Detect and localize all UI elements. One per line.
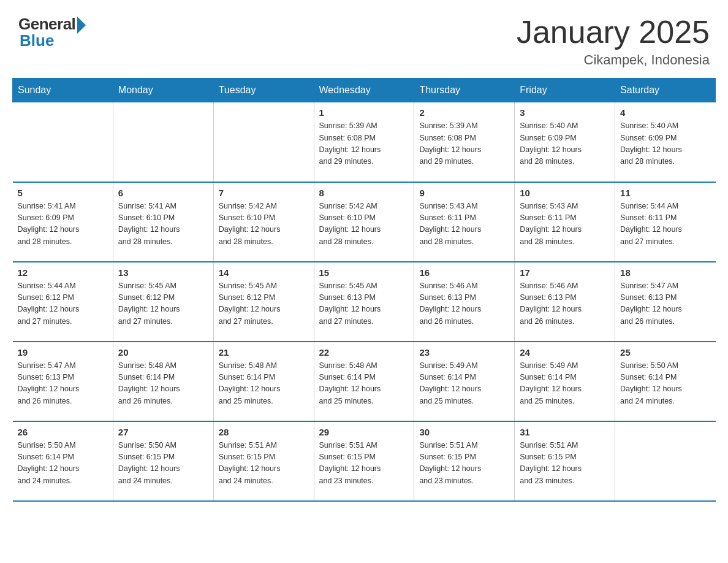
day-number: 10 [520,188,610,198]
day-info: Sunrise: 5:45 AM Sunset: 6:12 PM Dayligh… [118,280,208,328]
day-info: Sunrise: 5:50 AM Sunset: 6:15 PM Dayligh… [118,440,208,488]
day-info: Sunrise: 5:49 AM Sunset: 6:14 PM Dayligh… [419,360,509,408]
calendar-header: Sunday Monday Tuesday Wednesday Thursday… [13,79,716,102]
calendar-container: Sunday Monday Tuesday Wednesday Thursday… [0,78,728,514]
calendar-cell-w1d2: 7Sunrise: 5:42 AM Sunset: 6:10 PM Daylig… [213,182,314,262]
day-number: 30 [419,427,509,437]
header-row: Sunday Monday Tuesday Wednesday Thursday… [13,79,716,102]
day-info: Sunrise: 5:51 AM Sunset: 6:15 PM Dayligh… [219,440,309,488]
day-info: Sunrise: 5:48 AM Sunset: 6:14 PM Dayligh… [219,360,309,408]
day-number: 4 [620,107,710,118]
calendar-cell-w3d2: 21Sunrise: 5:48 AM Sunset: 6:14 PM Dayli… [213,342,314,421]
day-info: Sunrise: 5:40 AM Sunset: 6:09 PM Dayligh… [620,120,710,168]
day-info: Sunrise: 5:39 AM Sunset: 6:08 PM Dayligh… [319,120,409,168]
day-info: Sunrise: 5:46 AM Sunset: 6:13 PM Dayligh… [520,280,610,328]
calendar-title: January 2025 [517,15,710,50]
calendar-cell-w0d4: 2Sunrise: 5:39 AM Sunset: 6:08 PM Daylig… [414,102,515,182]
calendar-cell-w4d6 [615,421,716,501]
day-info: Sunrise: 5:45 AM Sunset: 6:12 PM Dayligh… [219,280,309,328]
day-number: 21 [219,347,309,358]
day-info: Sunrise: 5:39 AM Sunset: 6:08 PM Dayligh… [419,120,509,168]
calendar-cell-w3d5: 24Sunrise: 5:49 AM Sunset: 6:14 PM Dayli… [515,342,615,421]
calendar-cell-w4d5: 31Sunrise: 5:51 AM Sunset: 6:15 PM Dayli… [515,421,615,501]
page-header: General Blue January 2025 Cikampek, Indo… [0,0,728,78]
logo-triangle-icon [77,17,86,34]
calendar-cell-w2d2: 14Sunrise: 5:45 AM Sunset: 6:12 PM Dayli… [213,262,314,342]
day-number: 9 [419,188,509,198]
calendar-cell-w3d6: 25Sunrise: 5:50 AM Sunset: 6:14 PM Dayli… [615,342,716,421]
calendar-week-4: 26Sunrise: 5:50 AM Sunset: 6:14 PM Dayli… [13,421,716,501]
day-number: 27 [118,427,208,437]
calendar-cell-w0d0 [13,102,113,182]
day-number: 19 [18,347,108,358]
header-tuesday: Tuesday [213,79,314,102]
day-number: 6 [118,188,208,198]
calendar-cell-w2d5: 17Sunrise: 5:46 AM Sunset: 6:13 PM Dayli… [515,262,615,342]
header-friday: Friday [515,79,615,102]
day-number: 17 [520,267,610,278]
day-number: 29 [319,427,409,437]
calendar-cell-w1d1: 6Sunrise: 5:41 AM Sunset: 6:10 PM Daylig… [113,182,213,262]
day-info: Sunrise: 5:40 AM Sunset: 6:09 PM Dayligh… [520,120,610,168]
day-info: Sunrise: 5:47 AM Sunset: 6:13 PM Dayligh… [620,280,710,328]
calendar-cell-w0d5: 3Sunrise: 5:40 AM Sunset: 6:09 PM Daylig… [515,102,615,182]
day-number: 22 [319,347,409,358]
calendar-week-1: 5Sunrise: 5:41 AM Sunset: 6:09 PM Daylig… [13,182,716,262]
calendar-cell-w1d3: 8Sunrise: 5:42 AM Sunset: 6:10 PM Daylig… [314,182,414,262]
calendar-cell-w1d6: 11Sunrise: 5:44 AM Sunset: 6:11 PM Dayli… [615,182,716,262]
calendar-cell-w2d1: 13Sunrise: 5:45 AM Sunset: 6:12 PM Dayli… [113,262,213,342]
day-info: Sunrise: 5:51 AM Sunset: 6:15 PM Dayligh… [520,440,610,488]
calendar-cell-w3d0: 19Sunrise: 5:47 AM Sunset: 6:13 PM Dayli… [13,342,113,421]
day-number: 8 [319,188,409,198]
calendar-cell-w2d4: 16Sunrise: 5:46 AM Sunset: 6:13 PM Dayli… [414,262,515,342]
calendar-cell-w2d3: 15Sunrise: 5:45 AM Sunset: 6:13 PM Dayli… [314,262,414,342]
day-info: Sunrise: 5:42 AM Sunset: 6:10 PM Dayligh… [219,201,309,248]
day-number: 23 [419,347,509,358]
calendar-cell-w0d3: 1Sunrise: 5:39 AM Sunset: 6:08 PM Daylig… [314,102,414,182]
day-info: Sunrise: 5:50 AM Sunset: 6:14 PM Dayligh… [620,360,710,408]
header-thursday: Thursday [414,79,515,102]
header-saturday: Saturday [615,79,716,102]
calendar-week-3: 19Sunrise: 5:47 AM Sunset: 6:13 PM Dayli… [13,342,716,421]
calendar-cell-w4d1: 27Sunrise: 5:50 AM Sunset: 6:15 PM Dayli… [113,421,213,501]
day-number: 11 [620,188,710,198]
day-number: 3 [520,107,610,118]
calendar-cell-w4d0: 26Sunrise: 5:50 AM Sunset: 6:14 PM Dayli… [13,421,113,501]
day-info: Sunrise: 5:48 AM Sunset: 6:14 PM Dayligh… [118,360,208,408]
day-info: Sunrise: 5:45 AM Sunset: 6:13 PM Dayligh… [319,280,409,328]
day-number: 13 [118,267,208,278]
day-info: Sunrise: 5:41 AM Sunset: 6:09 PM Dayligh… [18,201,108,248]
calendar-cell-w1d5: 10Sunrise: 5:43 AM Sunset: 6:11 PM Dayli… [515,182,615,262]
day-number: 14 [219,267,309,278]
day-info: Sunrise: 5:46 AM Sunset: 6:13 PM Dayligh… [419,280,509,328]
calendar-cell-w4d3: 29Sunrise: 5:51 AM Sunset: 6:15 PM Dayli… [314,421,414,501]
day-info: Sunrise: 5:48 AM Sunset: 6:14 PM Dayligh… [319,360,409,408]
calendar-week-2: 12Sunrise: 5:44 AM Sunset: 6:12 PM Dayli… [13,262,716,342]
day-info: Sunrise: 5:51 AM Sunset: 6:15 PM Dayligh… [319,440,409,488]
header-wednesday: Wednesday [314,79,414,102]
calendar-cell-w0d2 [213,102,314,182]
calendar-week-0: 1Sunrise: 5:39 AM Sunset: 6:08 PM Daylig… [13,102,716,182]
logo-blue-text: Blue [20,31,54,50]
day-info: Sunrise: 5:44 AM Sunset: 6:11 PM Dayligh… [620,201,710,248]
header-monday: Monday [113,79,213,102]
day-number: 20 [118,347,208,358]
day-info: Sunrise: 5:50 AM Sunset: 6:14 PM Dayligh… [18,440,108,488]
day-number: 26 [18,427,108,437]
day-info: Sunrise: 5:49 AM Sunset: 6:14 PM Dayligh… [520,360,610,408]
day-number: 16 [419,267,509,278]
day-number: 24 [520,347,610,358]
calendar-table: Sunday Monday Tuesday Wednesday Thursday… [12,78,716,502]
day-number: 2 [419,107,509,118]
day-info: Sunrise: 5:47 AM Sunset: 6:13 PM Dayligh… [18,360,108,408]
day-number: 15 [319,267,409,278]
calendar-cell-w1d4: 9Sunrise: 5:43 AM Sunset: 6:11 PM Daylig… [414,182,515,262]
day-number: 28 [219,427,309,437]
calendar-cell-w4d4: 30Sunrise: 5:51 AM Sunset: 6:15 PM Dayli… [414,421,515,501]
day-info: Sunrise: 5:41 AM Sunset: 6:10 PM Dayligh… [118,201,208,248]
logo: General Blue [18,15,86,50]
calendar-cell-w3d3: 22Sunrise: 5:48 AM Sunset: 6:14 PM Dayli… [314,342,414,421]
calendar-cell-w3d1: 20Sunrise: 5:48 AM Sunset: 6:14 PM Dayli… [113,342,213,421]
day-info: Sunrise: 5:43 AM Sunset: 6:11 PM Dayligh… [520,201,610,248]
day-info: Sunrise: 5:51 AM Sunset: 6:15 PM Dayligh… [419,440,509,488]
